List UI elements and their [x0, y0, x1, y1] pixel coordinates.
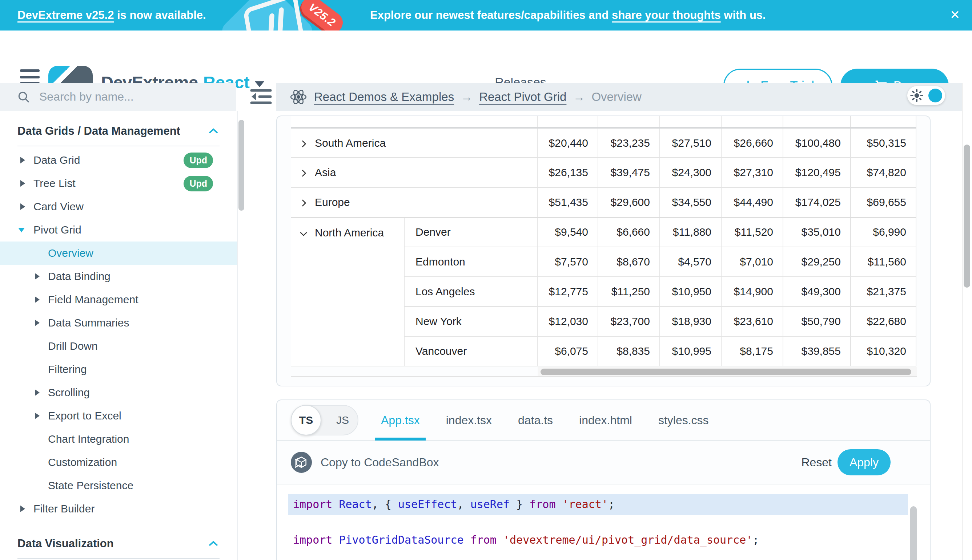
pivot-cell[interactable]: $11,880	[660, 217, 721, 247]
pivot-cell[interactable]: $39,855	[783, 336, 851, 366]
search-input[interactable]	[38, 90, 229, 104]
page-scrollbar[interactable]	[964, 145, 970, 288]
sidebar-item-scrolling[interactable]: Scrolling	[0, 381, 237, 404]
sidebar-section-data-visualization[interactable]: Data Visualization	[0, 529, 237, 558]
pivot-cell[interactable]: $120,495	[783, 158, 851, 187]
pivot-cell[interactable]: $4,570	[660, 247, 721, 277]
tab-styles-css[interactable]: styles.css	[658, 400, 709, 440]
sidebar-item-overview[interactable]: Overview	[0, 242, 237, 265]
pivot-row-label[interactable]: Los Angeles	[404, 277, 537, 307]
pivot-cell[interactable]: $74,820	[851, 158, 916, 187]
code-scrollbar[interactable]	[910, 506, 917, 560]
pivot-cell[interactable]: $50,315	[851, 128, 916, 158]
pivot-cell[interactable]: $27,510	[660, 128, 721, 158]
pivot-cell[interactable]: $39,475	[598, 158, 660, 187]
pivot-cell[interactable]: $10,995	[660, 336, 721, 366]
pivot-cell[interactable]: $11,520	[721, 217, 783, 247]
pivot-cell[interactable]: $10,320	[851, 336, 916, 366]
reset-button[interactable]: Reset	[801, 456, 832, 469]
sidebar-item-tree-list[interactable]: Tree ListUpd	[0, 172, 237, 195]
share-thoughts-link[interactable]: share your thoughts	[612, 9, 721, 22]
pivot-cell[interactable]: $14,900	[721, 277, 783, 307]
pivot-row-label[interactable]: Edmonton	[404, 247, 537, 277]
pivot-cell[interactable]: $34,550	[660, 187, 721, 217]
sidebar-item-filtering[interactable]: Filtering	[0, 358, 237, 381]
pivot-cell[interactable]: $24,300	[660, 158, 721, 187]
sidebar-item-state-persistence[interactable]: State Persistence	[0, 474, 237, 497]
sidebar-scrollbar[interactable]	[238, 120, 244, 211]
sidebar-collapse-button[interactable]	[250, 88, 272, 105]
pivot-cell[interactable]: $11,560	[851, 247, 916, 277]
tab-app-tsx[interactable]: App.tsx	[381, 400, 420, 440]
pivot-cell[interactable]: $29,250	[783, 247, 851, 277]
pivot-cell[interactable]: $11,250	[598, 277, 660, 307]
theme-toggle[interactable]	[907, 86, 945, 105]
pivot-cell[interactable]: $12,775	[537, 277, 598, 307]
sidebar-item-data-binding[interactable]: Data Binding	[0, 265, 237, 288]
language-toggle-knob[interactable]: TS	[291, 405, 321, 435]
sidebar-item-chart-integration[interactable]: Chart Integration	[0, 427, 237, 451]
expand-row-cell[interactable]: Europe	[291, 187, 537, 217]
sidebar-item-field-management[interactable]: Field Management	[0, 288, 237, 311]
sidebar-item-filter-builder[interactable]: Filter Builder	[0, 497, 237, 520]
pivot-cell[interactable]: $23,700	[598, 307, 660, 336]
pivot-cell[interactable]: $49,300	[783, 277, 851, 307]
language-toggle-js-label[interactable]: JS	[336, 414, 349, 427]
hamburger-menu-icon[interactable]	[20, 69, 40, 85]
pivot-cell[interactable]: $100,480	[783, 128, 851, 158]
pivot-cell[interactable]: $50,790	[783, 307, 851, 336]
sidebar-item-export-to-excel[interactable]: Export to Excel	[0, 404, 237, 427]
sidebar-item-pivot-grid[interactable]: Pivot Grid	[0, 218, 237, 242]
pivot-cell[interactable]: $10,950	[660, 277, 721, 307]
copy-to-codesandbox-button[interactable]: Copy to CodeSandBox	[291, 452, 439, 473]
pivot-cell[interactable]: $27,310	[721, 158, 783, 187]
sidebar-item-customization[interactable]: Customization	[0, 451, 237, 474]
pivot-cell[interactable]: $23,610	[721, 307, 783, 336]
pivot-cell[interactable]: $26,135	[537, 158, 598, 187]
pivot-cell[interactable]: $23,235	[598, 128, 660, 158]
pivot-row-label[interactable]: Denver	[404, 217, 537, 247]
pivot-row-label[interactable]: Vancouver	[404, 336, 537, 366]
sidebar-item-data-grid[interactable]: Data GridUpd	[0, 148, 237, 172]
banner-version-link[interactable]: DevExtreme v25.2	[17, 9, 114, 22]
sidebar-item-drill-down[interactable]: Drill Down	[0, 335, 237, 358]
pivot-cell[interactable]: $51,435	[537, 187, 598, 217]
pivot-cell[interactable]: $9,540	[537, 217, 598, 247]
tab-index-html[interactable]: index.html	[579, 400, 632, 440]
pivot-cell[interactable]: $6,660	[598, 217, 660, 247]
pivot-row-label[interactable]: New York	[404, 307, 537, 336]
pivot-cell[interactable]: $7,570	[537, 247, 598, 277]
tab-data-ts[interactable]: data.ts	[518, 400, 553, 440]
pivot-cell[interactable]: $8,670	[598, 247, 660, 277]
breadcrumb-demos-link[interactable]: React Demos & Examples	[314, 90, 454, 104]
pivot-cell[interactable]: $6,075	[537, 336, 598, 366]
pivot-cell[interactable]: $8,175	[721, 336, 783, 366]
pivot-cell[interactable]: $7,010	[721, 247, 783, 277]
breadcrumb-pivotgrid-link[interactable]: React Pivot Grid	[479, 90, 566, 104]
code-editor[interactable]: import React, { useEffect, useRef } from…	[277, 485, 930, 560]
pivot-cell[interactable]: $18,930	[660, 307, 721, 336]
language-toggle[interactable]: TS JS	[291, 405, 358, 435]
pivot-cell[interactable]: $21,375	[851, 277, 916, 307]
pivot-horizontal-scrollbar[interactable]	[540, 368, 911, 375]
pivot-cell[interactable]: $174,025	[783, 187, 851, 217]
expand-row-cell[interactable]: South America	[291, 128, 537, 158]
theme-toggle-knob[interactable]	[929, 88, 942, 102]
sidebar-item-data-summaries[interactable]: Data Summaries	[0, 311, 237, 335]
banner-close-icon[interactable]: ×	[950, 0, 960, 30]
pivot-cell[interactable]: $26,660	[721, 128, 783, 158]
sidebar-item-card-view[interactable]: Card View	[0, 195, 237, 218]
pivot-cell[interactable]: $20,440	[537, 128, 598, 158]
sidebar-search[interactable]	[0, 83, 236, 111]
pivot-cell[interactable]: $35,010	[783, 217, 851, 247]
pivot-cell[interactable]: $6,990	[851, 217, 916, 247]
pivot-cell[interactable]: $29,600	[598, 187, 660, 217]
pivot-cell[interactable]: $12,030	[537, 307, 598, 336]
sidebar-section-data-grids[interactable]: Data Grids / Data Management	[0, 117, 237, 146]
pivot-cell[interactable]: $22,680	[851, 307, 916, 336]
pivot-cell[interactable]: $8,835	[598, 336, 660, 366]
framework-caret-icon[interactable]	[255, 82, 264, 87]
collapse-group-cell[interactable]: North America	[291, 217, 404, 366]
tab-index-tsx[interactable]: index.tsx	[446, 400, 492, 440]
pivot-cell[interactable]: $44,490	[721, 187, 783, 217]
